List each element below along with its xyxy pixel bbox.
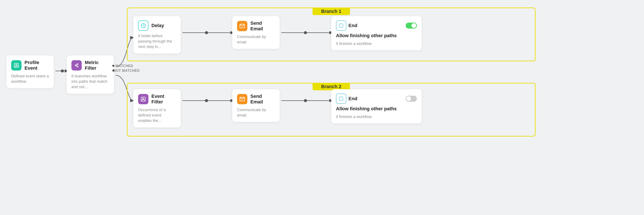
svg-line-16: [76, 66, 77, 66]
delay-title: Delay: [152, 23, 164, 28]
delay-node[interactable]: Delay It holds before passing through th…: [133, 16, 181, 54]
event-filter-desc: Occurrence of a defined event enables th…: [138, 107, 176, 124]
end-b2-icon: [336, 94, 346, 104]
end-b2-desc: It finishes a workflow: [336, 114, 417, 120]
send-email-b2-node[interactable]: Send Email Communicate by email: [232, 89, 280, 122]
end-b1-toggle-track[interactable]: [406, 22, 417, 28]
metric-filter-icon: [72, 60, 82, 70]
not-matched-label: NOT MATCHED: [113, 69, 140, 73]
delay-icon: [138, 20, 148, 31]
end-b1-toggle-thumb: [412, 23, 416, 28]
profile-event-desc: Defined event starts a workflow: [11, 74, 49, 84]
metric-filter-desc: It branches workflow into paths that mat…: [72, 74, 109, 90]
send-email-b1-title: Send Email: [250, 20, 275, 32]
end-b1-title: End: [348, 23, 404, 28]
svg-point-11: [16, 64, 17, 66]
metric-filter-title: Metric Filter: [85, 60, 109, 71]
end-b2-toggle[interactable]: [406, 96, 417, 102]
end-b2-allow-label: Allow finishing other paths: [336, 106, 397, 112]
send-email-b2-icon: [237, 94, 247, 104]
svg-rect-19: [340, 24, 343, 28]
delay-desc: It holds before passing through the next…: [138, 33, 176, 50]
svg-point-13: [77, 64, 78, 65]
profile-event-icon: [11, 60, 22, 70]
send-email-b2-title: Send Email: [250, 94, 275, 105]
end-b2-title: End: [348, 96, 404, 102]
matched-dot: [112, 65, 114, 67]
end-b1-node[interactable]: End Allow finishing other paths It finis…: [331, 16, 422, 50]
end-b2-toggle-thumb: [406, 96, 411, 101]
send-email-b1-desc: Communicate by email: [237, 34, 275, 45]
event-filter-icon: [138, 94, 148, 104]
svg-point-21: [142, 98, 144, 100]
svg-point-1: [61, 70, 64, 72]
profile-event-title: Profile Event: [24, 60, 49, 71]
send-email-b2-desc: Communicate by email: [237, 107, 275, 118]
svg-point-12: [75, 65, 76, 66]
matched-label: MATCHED: [116, 64, 133, 68]
end-b2-node[interactable]: End Allow finishing other paths It finis…: [331, 89, 422, 124]
metric-filter-node[interactable]: Metric Filter It branches workflow into …: [67, 56, 114, 94]
end-b1-toggle[interactable]: [406, 22, 417, 28]
end-b1-allow-label: Allow finishing other paths: [336, 33, 397, 38]
event-filter-title: Event Filter: [152, 94, 176, 105]
end-b2-toggle-track[interactable]: [406, 96, 417, 102]
branch1-label: Branch 1: [312, 8, 350, 15]
send-email-b1-icon: [237, 21, 247, 31]
end-b1-icon: [336, 20, 346, 31]
svg-line-15: [76, 64, 77, 65]
profile-event-node[interactable]: Profile Event Defined event starts a wor…: [6, 56, 54, 88]
svg-rect-23: [340, 97, 343, 100]
send-email-b1-node[interactable]: Send Email Communicate by email: [232, 16, 280, 49]
svg-point-14: [77, 66, 78, 67]
end-b1-desc: It finishes a workflow: [336, 41, 417, 46]
not-matched-dot: [112, 70, 114, 72]
event-filter-node[interactable]: Event Filter Occurrence of a defined eve…: [133, 89, 181, 128]
